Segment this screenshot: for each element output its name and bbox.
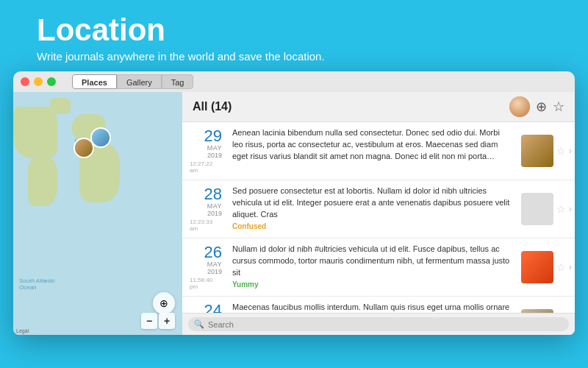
content-area: London South AtlanticOcean ⊕ − +: [13, 92, 575, 335]
minimize-btn[interactable]: [34, 77, 43, 86]
star-empty-icon[interactable]: ☆: [556, 145, 566, 157]
star-filter-icon[interactable]: ☆: [553, 99, 564, 115]
table-row[interactable]: 29 MAY 2019 12:27:22 am Aenean lacinia b…: [182, 122, 575, 180]
entry-day: 28: [204, 186, 222, 202]
entry-time: 11:58:40 pm: [190, 277, 222, 290]
entry-date: 24 MAY 2019 12:33:47 am: [182, 297, 226, 313]
entry-date: 28 MAY 2019 12:23:33 am: [182, 180, 226, 238]
ocean-label: South AtlanticOcean: [19, 277, 55, 291]
entry-date: 26 MAY 2019 11:58:40 pm: [182, 238, 226, 296]
titlebar: Places Gallery Tag: [13, 71, 575, 92]
hero-section: Location Write journals anywhere in the …: [0, 0, 588, 71]
entry-time: 12:27:22 am: [190, 160, 222, 174]
table-row[interactable]: 28 MAY 2019 12:23:33 am Sed posuere cons…: [182, 180, 575, 238]
map-panel: London South AtlanticOcean ⊕ − +: [13, 92, 182, 335]
land-south-america: [28, 158, 57, 206]
entry-thumbnail: [521, 135, 553, 167]
entry-text: Nullam id dolor id nibh #ultricies vehic…: [232, 244, 512, 279]
entry-day: 24: [204, 302, 222, 313]
entry-day: 26: [204, 244, 222, 261]
entry-right: ★ ›: [518, 297, 575, 313]
entry-month: MAY: [207, 202, 222, 210]
chevron-icon: ›: [569, 146, 572, 156]
star-empty-icon[interactable]: ☆: [556, 203, 566, 215]
entry-right: ☆ ›: [518, 122, 575, 180]
add-entry-icon[interactable]: ⊕: [536, 99, 547, 115]
entry-day: 29: [204, 128, 222, 144]
legal-label: Legal: [16, 328, 29, 333]
entries-list: 29 MAY 2019 12:27:22 am Aenean lacinia b…: [182, 122, 575, 313]
hero-subtitle: Write journals anywhere in the world and…: [37, 50, 551, 63]
tab-places[interactable]: Places: [72, 74, 117, 89]
compass-icon[interactable]: ⊕: [153, 292, 175, 314]
list-header: All (14) ⊕ ☆: [182, 92, 575, 122]
list-panel: All (14) ⊕ ☆ 29 MAY 2019 12:27:22 am Aen…: [182, 92, 575, 335]
avatar: [509, 96, 530, 117]
map-pin-2[interactable]: [90, 127, 111, 148]
list-title: All (14): [193, 100, 232, 113]
entry-month: MAY: [207, 144, 222, 152]
entry-right: ☆ ›: [518, 180, 575, 238]
entry-year: 2019: [207, 210, 222, 217]
entry-thumbnail-empty: [521, 193, 553, 225]
entry-text: Aenean lacinia bibendum nulla sed consec…: [232, 127, 512, 163]
entry-right: ☆ ›: [518, 238, 575, 296]
zoom-controls: − +: [141, 313, 175, 329]
zoom-in-btn[interactable]: +: [159, 313, 175, 329]
chevron-icon: ›: [569, 262, 572, 272]
table-row[interactable]: 26 MAY 2019 11:58:40 pm Nullam id dolor …: [182, 238, 575, 297]
entry-tag: Yummy: [232, 280, 512, 289]
entry-text: Maecenas faucibus mollis interdum. Nulla…: [232, 302, 512, 313]
entry-year: 2019: [207, 152, 222, 159]
entry-time: 12:23:33 am: [190, 219, 222, 232]
entry-thumbnail: [521, 251, 553, 283]
entry-body: Aenean lacinia bibendum nulla sed consec…: [226, 122, 518, 180]
star-empty-icon[interactable]: ☆: [556, 261, 566, 273]
search-input[interactable]: [208, 320, 563, 329]
map-background: London South AtlanticOcean ⊕ − +: [13, 92, 182, 335]
entry-body: Maecenas faucibus mollis interdum. Nulla…: [226, 297, 518, 313]
entry-year: 2019: [207, 268, 222, 275]
land-greenland: [50, 98, 71, 114]
table-row[interactable]: 24 MAY 2019 12:33:47 am Maecenas faucibu…: [182, 297, 575, 313]
entry-text: Sed posuere consectetur est at lobortis.…: [232, 185, 512, 221]
maximize-btn[interactable]: [47, 77, 56, 86]
zoom-out-btn[interactable]: −: [141, 313, 157, 329]
chevron-icon: ›: [569, 204, 572, 214]
tab-group: Places Gallery Tag: [72, 74, 193, 89]
entry-tag: Confused: [232, 222, 512, 230]
entry-body: Nullam id dolor id nibh #ultricies vehic…: [226, 238, 518, 296]
entry-month: MAY: [207, 261, 222, 268]
hero-title: Location: [37, 13, 551, 47]
search-icon: 🔍: [194, 319, 204, 329]
app-window: Places Gallery Tag London South Atlantic…: [13, 71, 575, 335]
entry-body: Sed posuere consectetur est at lobortis.…: [226, 180, 518, 238]
list-header-right: ⊕ ☆: [509, 96, 564, 117]
close-btn[interactable]: [21, 77, 29, 86]
entry-date: 29 MAY 2019 12:27:22 am: [182, 122, 226, 180]
tab-tag[interactable]: Tag: [162, 74, 194, 89]
search-bar: 🔍: [182, 313, 575, 335]
land-north-america: [13, 107, 57, 158]
tab-gallery[interactable]: Gallery: [117, 74, 162, 89]
